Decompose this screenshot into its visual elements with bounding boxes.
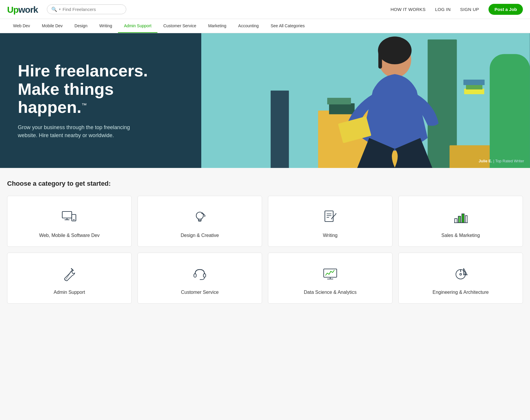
svg-rect-17 — [62, 211, 72, 218]
web-mobile-software-label: Web, Mobile & Software Dev — [39, 233, 100, 238]
design-creative-icon — [190, 208, 209, 227]
admin-support-label: Admin Support — [54, 290, 85, 295]
cat-nav-see-all[interactable]: See All Categories — [265, 19, 311, 33]
category-grid: Web, Mobile & Software Dev Design & Crea… — [7, 196, 523, 304]
header: Up work 🔍 ▾ HOW IT WORKS LOG IN SIGN UP … — [0, 0, 530, 19]
category-card-writing[interactable]: Writing — [268, 196, 392, 247]
admin-support-icon — [60, 265, 79, 284]
svg-rect-8 — [490, 54, 530, 168]
data-science-icon — [321, 265, 340, 284]
svg-rect-45 — [324, 269, 337, 277]
category-card-engineering-architecture[interactable]: Engineering & Architecture — [398, 253, 523, 304]
category-card-sales-marketing[interactable]: Sales & Marketing — [398, 196, 523, 247]
log-in-link[interactable]: LOG IN — [435, 7, 451, 12]
svg-rect-6 — [329, 103, 355, 114]
hero-section: Hire freelancers. Make things happen.™ G… — [0, 33, 530, 168]
category-card-design-creative[interactable]: Design & Creative — [138, 196, 262, 247]
svg-rect-35 — [455, 219, 457, 223]
svg-rect-38 — [465, 216, 467, 223]
customer-service-icon — [190, 265, 209, 284]
hero-subtitle: Grow your business through the top freel… — [18, 124, 130, 140]
design-creative-label: Design & Creative — [181, 233, 219, 238]
cat-nav-marketing[interactable]: Marketing — [202, 19, 232, 33]
svg-rect-24 — [199, 220, 201, 221]
svg-point-51 — [460, 273, 462, 275]
customer-service-label: Customer Service — [181, 290, 218, 295]
svg-line-33 — [336, 213, 336, 214]
category-card-customer-service[interactable]: Customer Service — [138, 253, 262, 304]
engineering-architecture-label: Engineering & Architecture — [432, 290, 489, 295]
svg-rect-7 — [327, 98, 351, 104]
category-card-admin-support[interactable]: Admin Support — [7, 253, 132, 304]
logo[interactable]: Up work — [7, 4, 40, 15]
categories-section-title: Choose a category to get started: — [7, 180, 523, 187]
sales-marketing-label: Sales & Marketing — [441, 233, 480, 238]
hero-content: Hire freelancers. Make things happen.™ G… — [0, 62, 190, 140]
header-nav: HOW IT WORKS LOG IN SIGN UP Post a Job — [390, 4, 523, 15]
svg-line-40 — [66, 270, 72, 280]
search-input[interactable] — [63, 7, 122, 12]
svg-rect-15 — [379, 47, 382, 69]
cat-nav-admin-support[interactable]: Admin Support — [118, 19, 157, 33]
writing-icon — [321, 208, 340, 227]
category-card-web-mobile-software[interactable]: Web, Mobile & Software Dev — [7, 196, 132, 247]
search-bar[interactable]: 🔍 ▾ — [47, 4, 126, 14]
engineering-architecture-icon — [451, 265, 470, 284]
sign-up-link[interactable]: SIGN UP — [460, 7, 479, 12]
search-icon: 🔍 — [51, 7, 57, 12]
cat-nav-mobile-dev[interactable]: Mobile Dev — [36, 19, 68, 33]
svg-line-32 — [332, 214, 336, 218]
cat-nav-writing[interactable]: Writing — [93, 19, 118, 33]
svg-rect-12 — [464, 80, 485, 85]
category-card-data-science[interactable]: Data Science & Analytics — [268, 253, 392, 304]
svg-text:Up: Up — [7, 5, 19, 15]
data-science-label: Data Science & Analytics — [304, 290, 357, 295]
writing-label: Writing — [323, 233, 338, 238]
how-it-works-link[interactable]: HOW IT WORKS — [390, 7, 425, 12]
hero-credit: Julie E. | Top Rated Writer — [479, 159, 524, 163]
svg-line-26 — [205, 216, 205, 217]
svg-rect-9 — [271, 91, 289, 168]
cat-nav-web-dev[interactable]: Web Dev — [7, 19, 36, 33]
cat-nav-design[interactable]: Design — [68, 19, 93, 33]
svg-rect-37 — [462, 214, 464, 223]
hero-title: Hire freelancers. Make things happen.™ — [18, 62, 172, 116]
hero-background — [201, 33, 530, 168]
svg-point-14 — [378, 36, 412, 64]
svg-text:work: work — [18, 5, 38, 15]
category-dropdown-arrow[interactable]: ▾ — [59, 7, 61, 11]
post-job-button[interactable]: Post a Job — [489, 4, 523, 15]
sales-marketing-icon — [451, 208, 470, 227]
cat-nav-accounting[interactable]: Accounting — [232, 19, 265, 33]
svg-rect-28 — [325, 211, 333, 222]
svg-rect-36 — [458, 216, 461, 223]
web-mobile-software-icon — [60, 208, 79, 227]
svg-line-34 — [331, 218, 332, 219]
svg-rect-11 — [466, 84, 482, 89]
category-nav: Web Dev Mobile Dev Design Writing Admin … — [0, 19, 530, 33]
cat-nav-customer-service[interactable]: Customer Service — [157, 19, 202, 33]
svg-rect-10 — [464, 89, 484, 94]
categories-section: Choose a category to get started: Web, M… — [0, 168, 530, 315]
